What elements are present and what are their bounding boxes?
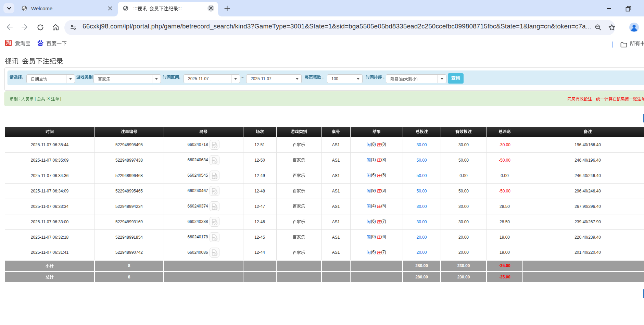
svg-text:du: du <box>39 43 42 46</box>
